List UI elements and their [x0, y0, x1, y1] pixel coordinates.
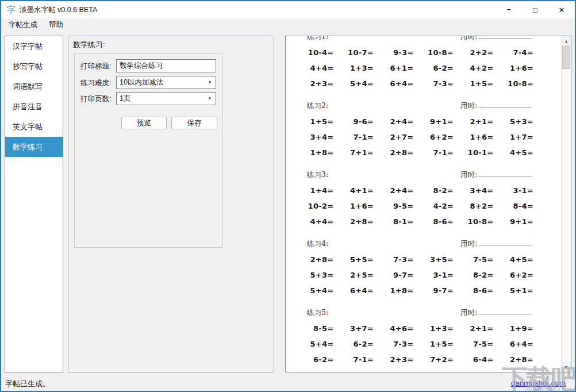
menu-bar: 字帖生成 帮助	[1, 18, 575, 31]
status-bar: 字帖已生成。 danmoshui.com	[1, 376, 575, 391]
difficulty-select[interactable]: 10以内加减法 ▼	[116, 76, 216, 89]
problem-row: 5+3=2+5=9-7=3-1=8-2=6+2=	[286, 267, 561, 283]
sidebar-item-6[interactable]: 数学练习	[5, 137, 63, 157]
print-title-label: 打印标题:	[80, 62, 111, 71]
section-header: 练习1:用时:	[286, 36, 561, 45]
problem-row: 1+4=4+1=2+4=8-2=3+4=3-1=	[286, 183, 561, 198]
math-problem: 4+1=	[334, 183, 374, 198]
math-problem: 9-5=	[374, 198, 414, 214]
section-header: 练习2:用时:	[286, 98, 561, 114]
section-title: 练习2:	[307, 98, 328, 114]
math-problem: 4+4=	[294, 60, 334, 76]
math-problem: 1+6=	[334, 198, 374, 214]
math-problem: 5+3=	[494, 114, 534, 129]
group-title: 数学练习:	[73, 40, 105, 50]
math-problem: 1+5=	[454, 76, 494, 91]
problem-row: 5+4=6+4=1+8=9-7=8-6=5+1=	[286, 283, 561, 298]
time-label: 用时:	[460, 36, 532, 45]
math-problem: 10-1=	[454, 145, 494, 160]
math-problem: 7-3=	[414, 76, 454, 91]
time-label: 用时:	[460, 236, 532, 252]
math-problem: 9+1=	[494, 214, 534, 229]
minimize-button[interactable]: –	[496, 1, 522, 18]
math-problem: 2+8=	[294, 252, 334, 267]
sidebar-item-4[interactable]: 拼音注音	[5, 97, 63, 117]
math-problem: 7-1=	[414, 145, 454, 160]
math-problem: 4+2=	[454, 60, 494, 76]
time-blank-line	[479, 176, 532, 176]
math-problem: 9+1=	[414, 114, 454, 129]
problem-row: 5+4=6-2=7-3=1+5=7-5=6+4=	[286, 336, 561, 352]
math-problem: 6+4=	[374, 76, 414, 91]
time-label: 用时:	[460, 98, 532, 114]
math-problem: 10-2=	[294, 198, 334, 214]
math-problem: 7-5=	[454, 336, 494, 352]
math-problem: 8-2=	[414, 183, 454, 198]
menu-item-generate[interactable]: 字帖生成	[3, 18, 43, 31]
problem-row: 6-2=7-1=2+3=7+2=6-4=2+8=	[286, 352, 561, 367]
sidebar-item-2[interactable]: 抄写字帖	[5, 56, 63, 76]
math-problem: 6+4=	[494, 336, 534, 352]
preview-scrollbar[interactable]: ▲ ▼	[561, 36, 571, 372]
math-problem: 1+6=	[454, 129, 494, 145]
exercise-section-4: 练习4:用时:2+8=5+5=7-3=3+5=7-5=4+5=5+3=2+5=9…	[286, 236, 561, 305]
window-controls: – □ ✕	[496, 1, 575, 18]
math-problem: 2+5=	[334, 267, 374, 283]
pages-select[interactable]: 1页 ▼	[116, 92, 216, 105]
scrollbar-thumb[interactable]	[562, 46, 570, 69]
menu-item-help[interactable]: 帮助	[43, 18, 69, 31]
print-title-input[interactable]	[116, 59, 216, 72]
math-problem: 2+7=	[374, 129, 414, 145]
chevron-down-icon: ▼	[208, 76, 212, 89]
math-problem: 3+4=	[294, 129, 334, 145]
math-problem: 1+6=	[494, 60, 534, 76]
math-problem: 7-3=	[374, 336, 414, 352]
main-area: 汉字字帖抄写字帖词语默写拼音注音英文字帖数学练习 数学练习: 打印标题: 练习难…	[1, 31, 575, 376]
preview-panel: 练习1:用时:10-4=10-7=9-3=10-8=2+2=7-4=4+4=1+…	[285, 36, 571, 372]
math-problem: 9-3=	[374, 45, 414, 60]
math-problem: 5+1=	[494, 283, 534, 298]
section-title: 练习3:	[307, 167, 328, 183]
math-problem: 5+5=	[334, 252, 374, 267]
math-problem: 4+5=	[494, 252, 534, 267]
sidebar-item-1[interactable]: 汉字字帖	[5, 36, 63, 56]
math-problem: 3+5=	[414, 252, 454, 267]
save-button[interactable]: 保存	[171, 117, 217, 129]
math-problem: 6-2=	[294, 352, 334, 367]
scroll-up-icon[interactable]: ▲	[562, 36, 571, 46]
math-problem: 8-5=	[294, 321, 334, 336]
maximize-button[interactable]: □	[522, 1, 548, 18]
difficulty-label: 练习难度:	[80, 78, 111, 88]
status-text: 字帖已生成。	[5, 379, 50, 389]
section-title: 练习5:	[307, 305, 328, 321]
math-problem: 2+8=	[374, 145, 414, 160]
problem-row: 1+8=7+1=2+8=7-1=10-1=4+5=	[286, 145, 561, 160]
preview-content: 练习1:用时:10-4=10-7=9-3=10-8=2+2=7-4=4+4=1+…	[286, 36, 561, 372]
title-bar: 字 淡墨水字帖 v0.0.6 BETA – □ ✕	[1, 1, 575, 18]
math-problem: 7-1=	[334, 129, 374, 145]
section-header: 练习4:用时:	[286, 236, 561, 252]
math-problem: 2+1=	[454, 321, 494, 336]
math-problem: 6+2=	[414, 129, 454, 145]
scroll-down-icon[interactable]: ▼	[562, 362, 571, 372]
problem-row: 8-5=3+7=4+6=1+3=2+1=1+9=	[286, 321, 561, 336]
math-problem: 2+4=	[374, 114, 414, 129]
math-problem: 2+8=	[334, 214, 374, 229]
close-button[interactable]: ✕	[548, 1, 575, 18]
preview-button[interactable]: 预览	[121, 117, 167, 129]
math-problem: 2+4=	[374, 183, 414, 198]
math-problem: 7+2=	[414, 352, 454, 367]
pages-value: 1页	[120, 94, 130, 102]
sidebar-item-5[interactable]: 英文字帖	[5, 117, 63, 137]
math-problem: 5+4=	[334, 76, 374, 91]
math-problem: 9-7=	[414, 283, 454, 298]
math-problem: 6-2=	[414, 60, 454, 76]
site-link[interactable]: danmoshui.com	[511, 379, 566, 387]
section-header: 练习3:用时:	[286, 167, 561, 183]
time-label: 用时:	[460, 167, 532, 183]
math-problem: 1+8=	[374, 283, 414, 298]
math-problem: 6+2=	[494, 267, 534, 283]
math-problem: 8-2=	[454, 267, 494, 283]
section-title: 练习4:	[307, 236, 328, 252]
sidebar-item-3[interactable]: 词语默写	[5, 76, 63, 97]
